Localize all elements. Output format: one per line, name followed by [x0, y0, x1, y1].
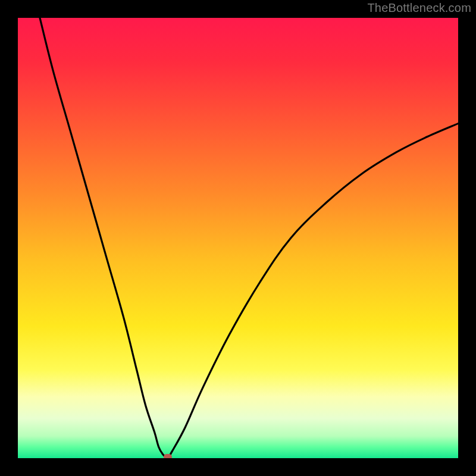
bottleneck-curve [18, 18, 458, 458]
chart-frame: TheBottleneck.com [0, 0, 476, 476]
watermark-text: TheBottleneck.com [367, 1, 471, 15]
plot-area [18, 18, 458, 458]
optimum-marker [164, 454, 172, 458]
